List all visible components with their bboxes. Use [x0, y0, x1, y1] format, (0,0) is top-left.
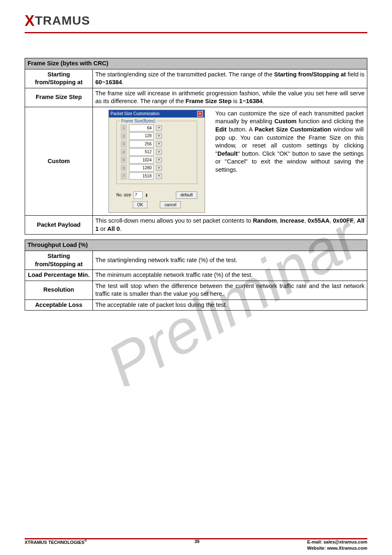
fs-index: 4	[121, 149, 127, 155]
chevron-down-icon[interactable]: ▾	[156, 149, 162, 155]
close-icon[interactable]: ✕	[197, 111, 203, 117]
frame-size-row: 2128▾	[121, 132, 193, 140]
group-legend: Frame Size(Bytes)	[120, 118, 157, 124]
fs-index: 5	[121, 157, 127, 163]
footer-right: E-mail: sales@xtramus.com Website: www.X…	[307, 539, 367, 551]
row-label-step: Frame Size Step	[25, 88, 93, 107]
fs-index: 3	[121, 140, 127, 147]
t2-label-3: Acceptable Loss	[25, 299, 93, 311]
frame-size-row: 51024▾	[121, 157, 193, 164]
row-content-starting: The starting/ending size of the transmit…	[93, 69, 367, 88]
frame-size-row: 164▾	[121, 124, 193, 132]
t2-text-1: The minimum acceptable network traffic r…	[93, 270, 367, 281]
fs-value-input[interactable]: 128	[129, 132, 154, 140]
frame-size-group: Frame Size(Bytes) 164▾2128▾3256▾4512▾510…	[116, 121, 197, 184]
t2-label-2: Resolution	[25, 281, 93, 299]
dialog-titlebar: Packet Size Customization ✕	[109, 110, 205, 117]
frame-size-row: 3256▾	[121, 140, 193, 148]
row-label-payload: Packet Payload	[25, 216, 93, 235]
no-size-label: No. size	[116, 192, 131, 198]
footer: XTRAMUS TECHNOLOGIES® 39 E-mail: sales@x…	[25, 539, 367, 551]
fs-value-input[interactable]: 512	[129, 148, 154, 156]
packet-size-dialog: Packet Size Customization ✕ Frame Size(B…	[108, 110, 205, 213]
chevron-down-icon[interactable]: ▾	[156, 125, 162, 131]
row-content-step: The frame size will increase in arithmet…	[93, 88, 367, 107]
table2-header: Throughput Load (%)	[25, 240, 367, 251]
footer-page: 39	[194, 539, 199, 544]
fs-index: 2	[121, 133, 127, 139]
chevron-down-icon[interactable]: ▾	[156, 173, 162, 179]
dialog-title-text: Packet Size Customization	[111, 111, 159, 117]
custom-description: You can customize the size of each trans…	[215, 110, 364, 174]
row-label-custom: Custom	[25, 107, 93, 216]
logo: XTRAMUS	[25, 12, 367, 30]
t2-text-0: The starting/ending network traffic rate…	[93, 251, 367, 270]
fs-index: 7	[121, 173, 127, 179]
fs-value-input[interactable]: 1518	[129, 173, 154, 180]
t2-label-1: Load Percentage Min.	[25, 270, 93, 281]
t2-text-3: The acceptable rate of packet loss durin…	[93, 299, 367, 311]
frame-size-row: 61280▾	[121, 164, 193, 172]
ok-button[interactable]: OK	[133, 201, 148, 209]
cancel-button[interactable]: cancel	[160, 201, 181, 209]
frame-size-row: 71518▾	[121, 173, 193, 180]
fs-value-input[interactable]: 1024	[129, 157, 154, 164]
fs-index: 1	[121, 124, 127, 131]
table1-header: Frame Size (bytes with CRC)	[25, 58, 367, 69]
chevron-down-icon[interactable]: ▾	[156, 141, 162, 147]
no-size-input[interactable]: 7	[134, 191, 143, 199]
fs-value-input[interactable]: 256	[129, 140, 154, 148]
t2-text-2: The test will stop when the difference b…	[93, 281, 367, 299]
frame-size-table: Frame Size (bytes with CRC) Starting fro…	[25, 58, 367, 235]
logo-rest: TRAMUS	[35, 14, 90, 27]
throughput-table: Throughput Load (%) Starting from/Stoppi…	[25, 240, 367, 311]
fs-value-input[interactable]: 64	[129, 124, 154, 132]
spinner-buttons[interactable]: ▲▼	[145, 193, 150, 197]
fs-index: 6	[121, 165, 127, 171]
row-label-starting: Starting from/Stopping at	[25, 69, 93, 88]
logo-x: X	[25, 12, 35, 29]
footer-left: XTRAMUS TECHNOLOGIES®	[25, 539, 87, 545]
chevron-down-icon[interactable]: ▾	[156, 165, 162, 171]
fs-value-input[interactable]: 1280	[129, 164, 154, 172]
chevron-down-icon[interactable]: ▾	[156, 157, 162, 163]
frame-size-row: 4512▾	[121, 148, 193, 156]
default-button[interactable]: default	[176, 191, 197, 199]
top-rule	[25, 32, 367, 33]
row-content-custom: Packet Size Customization ✕ Frame Size(B…	[93, 107, 367, 216]
row-content-payload: This scroll-down menu allows you to set …	[93, 216, 367, 235]
chevron-down-icon[interactable]: ▾	[156, 133, 162, 139]
t2-label-0: Starting from/Stopping at	[25, 251, 93, 270]
